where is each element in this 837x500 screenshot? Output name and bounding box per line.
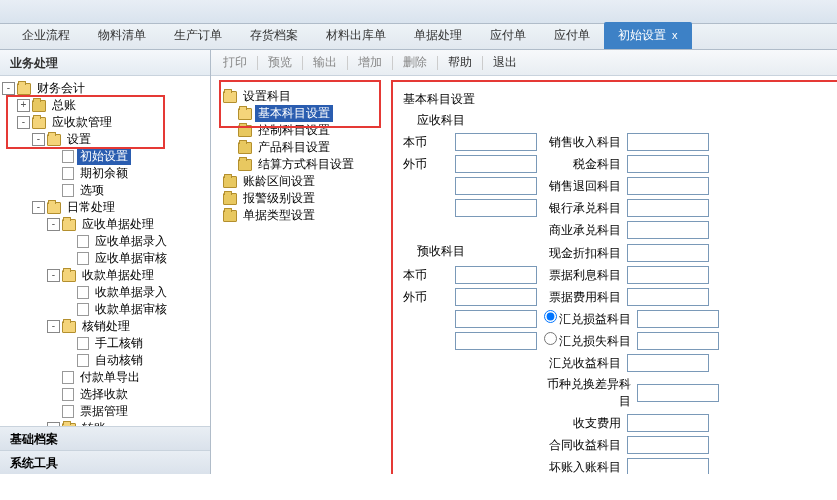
in-bill-int[interactable] (627, 266, 709, 284)
in-curr-diff[interactable] (637, 384, 719, 402)
tab-pay1[interactable]: 应付单 (476, 22, 540, 49)
expand-icon[interactable]: - (47, 320, 60, 333)
in-fee[interactable] (627, 414, 709, 432)
tree-finance[interactable]: 财务会计 (34, 80, 88, 97)
expand-icon[interactable]: + (17, 99, 30, 112)
tree-auto-verify[interactable]: 自动核销 (92, 352, 146, 369)
tab-pay2[interactable]: 应付单 (540, 22, 604, 49)
lbl-local2: 本币 (403, 267, 455, 284)
tab-production[interactable]: 生产订单 (160, 22, 236, 49)
radio-fx-gain[interactable] (544, 310, 557, 323)
tree-bill-mgmt[interactable]: 票据管理 (77, 403, 131, 420)
btn-delete[interactable]: 删除 (397, 51, 433, 74)
page-icon (62, 405, 74, 418)
in-tax[interactable] (627, 155, 709, 173)
tree-gl[interactable]: 总账 (49, 97, 79, 114)
in-fx-gain2[interactable] (627, 354, 709, 372)
expand-icon[interactable]: - (17, 116, 30, 129)
lbl-fx-gain2: 汇兑收益科目 (537, 355, 627, 372)
in-sales-rev[interactable] (627, 133, 709, 151)
tree-init-settings[interactable]: 初始设置 (77, 148, 131, 165)
tree-ar-doc[interactable]: 应收单据处理 (79, 216, 157, 233)
lbl-sales-ret: 销售退回科目 (537, 178, 627, 195)
nav-tree: -财务会计 +总账 -应收款管理 -设置 初始设置 期初余额 选项 -日常处理 … (0, 76, 210, 426)
tree-settings[interactable]: 设置 (64, 131, 94, 148)
in-bill-fee[interactable] (627, 288, 709, 306)
radio-fx-loss[interactable] (544, 332, 557, 345)
tab-enterprise[interactable]: 企业流程 (8, 22, 84, 49)
st-alert[interactable]: 报警级别设置 (240, 190, 318, 207)
tree-pay-export[interactable]: 付款单导出 (77, 369, 143, 386)
tab-material[interactable]: 材料出库单 (312, 22, 400, 49)
lbl-baddebt: 坏账入账科目 (537, 459, 627, 475)
side-section-tools[interactable]: 系统工具 (0, 450, 210, 474)
in-adv-fx3[interactable] (455, 332, 537, 350)
tree-opening[interactable]: 期初余额 (77, 165, 131, 182)
st-settle[interactable]: 结算方式科目设置 (255, 156, 357, 173)
tree-manual-verify[interactable]: 手工核销 (92, 335, 146, 352)
tree-options[interactable]: 选项 (77, 182, 107, 199)
tab-init-settings[interactable]: 初始设置x (604, 22, 692, 49)
lbl-fee: 收支费用 (537, 415, 627, 432)
tree-ar[interactable]: 应收款管理 (49, 114, 115, 131)
st-basic[interactable]: 基本科目设置 (255, 105, 333, 122)
tree-receipt[interactable]: 收款单据处理 (79, 267, 157, 284)
folder-icon (223, 193, 237, 205)
tab-bom[interactable]: 物料清单 (84, 22, 160, 49)
in-sales-ret[interactable] (627, 177, 709, 195)
expand-icon[interactable]: - (47, 218, 60, 231)
tree-select-receipt[interactable]: 选择收款 (77, 386, 131, 403)
in-bank-accept[interactable] (627, 199, 709, 217)
tree-rcpt-entry[interactable]: 收款单据录入 (92, 284, 170, 301)
btn-preview[interactable]: 预览 (262, 51, 298, 74)
expand-icon[interactable]: - (2, 82, 15, 95)
btn-add[interactable]: 增加 (352, 51, 388, 74)
tab-doc[interactable]: 单据处理 (400, 22, 476, 49)
in-ar-fx2[interactable] (455, 177, 537, 195)
expand-icon[interactable]: - (47, 269, 60, 282)
expand-icon[interactable]: - (32, 133, 45, 146)
page-icon (77, 235, 89, 248)
folder-open-icon (32, 117, 46, 129)
btn-exit[interactable]: 退出 (487, 51, 523, 74)
folder-icon (32, 100, 46, 112)
st-product[interactable]: 产品科目设置 (255, 139, 333, 156)
expand-icon[interactable]: - (32, 201, 45, 214)
st-doctype[interactable]: 单据类型设置 (240, 207, 318, 224)
panel-title: 基本科目设置 (403, 91, 837, 108)
folder-icon (223, 210, 237, 222)
in-ar-fx1[interactable] (455, 155, 537, 173)
side-section-basic[interactable]: 基础档案 (0, 426, 210, 450)
btn-output[interactable]: 输出 (307, 51, 343, 74)
group-ar: 应收科目 (417, 112, 837, 129)
lbl-comm-accept: 商业承兑科目 (537, 222, 627, 239)
lbl-contract: 合同收益科目 (537, 437, 627, 454)
tree-rcpt-audit[interactable]: 收款单据审核 (92, 301, 170, 318)
in-adv-fx2[interactable] (455, 310, 537, 328)
in-baddebt[interactable] (627, 458, 709, 474)
in-ar-fx3[interactable] (455, 199, 537, 217)
in-adv-fx1[interactable] (455, 288, 537, 306)
btn-print[interactable]: 打印 (217, 51, 253, 74)
close-icon[interactable]: x (672, 29, 678, 41)
st-root[interactable]: 设置科目 (240, 88, 294, 105)
in-ar-local[interactable] (455, 133, 537, 151)
in-adv-local[interactable] (455, 266, 537, 284)
tree-ar-audit[interactable]: 应收单据审核 (92, 250, 170, 267)
in-cash-disc[interactable] (627, 244, 709, 262)
settings-tree: 设置科目 基本科目设置 控制科目设置 产品科目设置 结算方式科目设置 账龄区间设… (221, 84, 381, 228)
st-control[interactable]: 控制科目设置 (255, 122, 333, 139)
page-icon (62, 184, 74, 197)
in-fx-loss[interactable] (637, 332, 719, 350)
lbl-bill-fee: 票据费用科目 (537, 289, 627, 306)
tree-ar-entry[interactable]: 应收单据录入 (92, 233, 170, 250)
btn-help[interactable]: 帮助 (442, 51, 478, 74)
tab-inventory[interactable]: 存货档案 (236, 22, 312, 49)
st-aging[interactable]: 账龄区间设置 (240, 173, 318, 190)
in-contract[interactable] (627, 436, 709, 454)
in-fx-gain[interactable] (637, 310, 719, 328)
in-comm-accept[interactable] (627, 221, 709, 239)
page-icon (77, 303, 89, 316)
tree-daily[interactable]: 日常处理 (64, 199, 118, 216)
tree-verify[interactable]: 核销处理 (79, 318, 133, 335)
